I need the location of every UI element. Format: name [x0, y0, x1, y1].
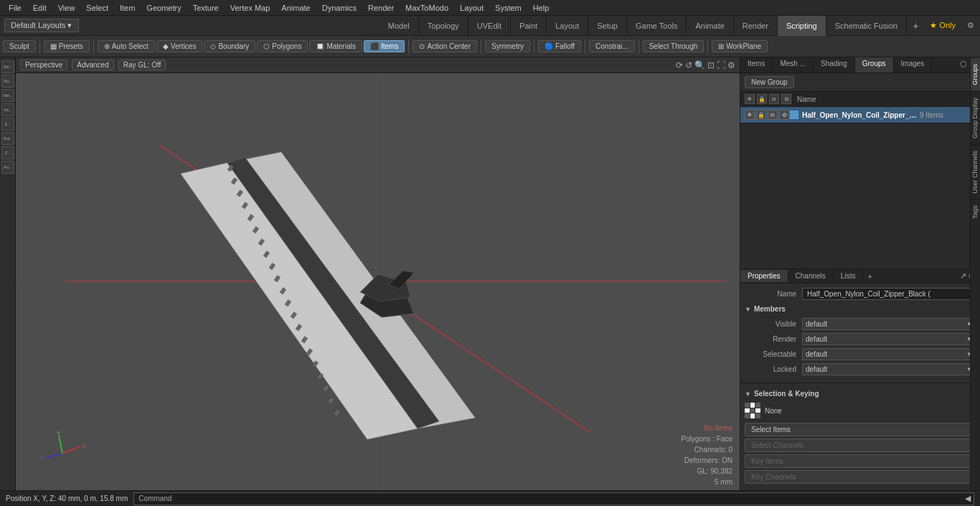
rp-tab-mesh[interactable]: Mesh ...	[773, 57, 814, 72]
prop-visible-select[interactable]: default ▼	[802, 318, 976, 330]
vertices-btn[interactable]: ◆ Vertices	[156, 40, 203, 52]
vtab-group-display[interactable]: Group Display	[971, 91, 980, 144]
viewport[interactable]: Perspective Advanced Ray GL: Off ⟳ ↺ 🔍 ⊡…	[16, 57, 740, 490]
left-tool-po[interactable]: Po..	[1, 161, 14, 174]
vp-perspective-btn[interactable]: Perspective	[20, 60, 67, 70]
props-tab-lists[interactable]: Lists	[834, 270, 864, 282]
auto-select-btn[interactable]: ⊕ Auto Select	[98, 40, 155, 52]
tab-setup[interactable]: Setup	[588, 16, 627, 36]
tab-topology[interactable]: Topology	[419, 16, 468, 36]
menu-layout[interactable]: Layout	[454, 2, 489, 14]
menu-edit[interactable]: Edit	[27, 2, 52, 14]
tab-scripting[interactable]: Scripting	[778, 16, 826, 36]
menu-maxtomodo[interactable]: MaxToModo	[400, 2, 454, 14]
menu-render[interactable]: Render	[362, 2, 400, 14]
vp-icon-reset[interactable]: ↺	[685, 60, 692, 70]
vp-icon-zoom-in[interactable]: 🔍	[694, 60, 705, 70]
action-center-btn[interactable]: ⊙ Action Center	[413, 40, 477, 52]
sculpt-btn[interactable]: Sculpt	[3, 40, 36, 52]
key-channels-btn[interactable]: Key Channels	[745, 470, 976, 484]
viewport-canvas[interactable]: X Y Z No Items Polygons : Face Channels:…	[16, 73, 740, 490]
gh-lock-icon[interactable]: 🔒	[757, 94, 767, 104]
polygons-btn[interactable]: ⬡ Polygons	[257, 40, 308, 52]
props-tab-add[interactable]: +	[863, 270, 876, 283]
prop-selectable-select[interactable]: default ▼	[802, 348, 976, 360]
menu-geometry[interactable]: Geometry	[141, 2, 187, 14]
menu-select[interactable]: Select	[80, 2, 114, 14]
gi-render-icon[interactable]: R	[768, 110, 778, 120]
vtab-tags[interactable]: Tags	[971, 199, 980, 225]
items-btn[interactable]: ⬛ Items	[364, 40, 405, 52]
left-tool-deform[interactable]: De..	[1, 60, 14, 73]
presets-btn[interactable]: ▦ Presets	[44, 40, 90, 52]
rp-tab-shading[interactable]: Shading	[814, 57, 855, 72]
layout-dropdown[interactable]: Default Layouts ▾	[4, 19, 79, 32]
left-tool-vert[interactable]: Ve..	[1, 103, 14, 116]
tab-uvedit[interactable]: UVEdit	[468, 16, 511, 36]
menu-view[interactable]: View	[52, 2, 81, 14]
vp-icon-rotate[interactable]: ⟳	[676, 60, 683, 70]
prop-name-input[interactable]	[802, 288, 976, 300]
tab-layout[interactable]: Layout	[547, 16, 588, 36]
vtab-user-channels[interactable]: User Channels	[971, 144, 980, 200]
vtab-groups[interactable]: Groups	[971, 57, 980, 91]
menu-dynamics[interactable]: Dynamics	[316, 2, 362, 14]
gi-settings-icon[interactable]: ⚙	[779, 110, 789, 120]
layout-gear[interactable]: ⚙	[961, 18, 980, 33]
vp-icon-expand[interactable]: ⛶	[717, 60, 725, 70]
menu-item[interactable]: Item	[114, 2, 141, 14]
vp-advanced-btn[interactable]: Advanced	[72, 60, 113, 70]
tab-schematic-fusion[interactable]: Schematic Fusion	[826, 16, 907, 36]
props-tab-channels[interactable]: Channels	[788, 270, 834, 282]
select-through-btn[interactable]: Select Through	[643, 40, 705, 52]
gc4	[745, 408, 750, 413]
vp-icon-frame[interactable]: ⊡	[707, 60, 715, 70]
prop-render-select[interactable]: default ▼	[802, 333, 976, 345]
rp-tab-images[interactable]: Images	[894, 57, 933, 72]
tab-model[interactable]: Model	[380, 16, 419, 36]
layout-star[interactable]: ★ Only	[924, 18, 961, 33]
gi-eye-icon[interactable]: 👁	[745, 110, 755, 120]
left-tool-c[interactable]: C..	[1, 146, 14, 159]
vp-icon-settings[interactable]: ⚙	[727, 60, 735, 70]
select-items-btn[interactable]: Select Items	[745, 423, 976, 436]
tab-paint[interactable]: Paint	[511, 16, 547, 36]
menu-vertex-map[interactable]: Vertex Map	[225, 2, 276, 14]
workplane-btn[interactable]: ⊞ WorkPlane	[712, 40, 768, 52]
layout-tab-add[interactable]: +	[907, 17, 924, 34]
boundary-btn[interactable]: ◇ Boundary	[204, 40, 255, 52]
command-submit-icon[interactable]: ◀	[962, 494, 974, 503]
gh-eye-icon[interactable]: 👁	[745, 94, 755, 104]
tab-animate[interactable]: Animate	[687, 16, 733, 36]
left-tool-edge[interactable]: E..	[1, 118, 14, 131]
gi-lock-icon[interactable]: 🔒	[756, 110, 766, 120]
left-tool-dup[interactable]: Du..	[1, 75, 14, 88]
prop-locked-select[interactable]: default ▼	[802, 363, 976, 375]
materials-btn[interactable]: 🔲 Materials	[309, 40, 362, 52]
select-channels-btn[interactable]: Select Channels	[745, 439, 976, 452]
tab-render[interactable]: Render	[734, 16, 778, 36]
menu-animate[interactable]: Animate	[275, 2, 316, 14]
rp-tab-groups[interactable]: Groups	[855, 57, 894, 72]
command-input[interactable]	[176, 495, 962, 502]
gh-settings-icon[interactable]: ⚙	[781, 94, 791, 104]
left-tool-poly[interactable]: Pol..	[1, 132, 14, 145]
left-tool-mesh[interactable]: Me..	[1, 89, 14, 102]
key-items-btn[interactable]: Key Items	[745, 454, 976, 468]
constraints-btn[interactable]: Constrai...	[589, 40, 635, 52]
symmetry-btn[interactable]: Symmetry	[485, 40, 530, 52]
menu-system[interactable]: System	[489, 2, 527, 14]
falloff-btn[interactable]: 🔵 Falloff	[538, 40, 581, 52]
menu-help[interactable]: Help	[527, 2, 555, 14]
menu-texture[interactable]: Texture	[187, 2, 225, 14]
sel-keying-section[interactable]: ▼ Selection & Keying	[745, 388, 976, 400]
members-section[interactable]: ▼ Members	[745, 303, 976, 315]
vp-ray-gl-btn[interactable]: Ray GL: Off	[118, 60, 166, 70]
tab-game-tools[interactable]: Game Tools	[627, 16, 687, 36]
group-item-row[interactable]: 👁 🔒 R ⚙ Half_Open_Nylon_Coil_Zipper_Bl..…	[740, 107, 980, 123]
gh-render-icon[interactable]: R	[769, 94, 779, 104]
new-group-btn[interactable]: New Group	[745, 76, 794, 88]
rp-tab-items[interactable]: Items	[740, 57, 773, 72]
menu-file[interactable]: File	[3, 2, 27, 14]
props-tab-properties[interactable]: Properties	[740, 270, 788, 282]
